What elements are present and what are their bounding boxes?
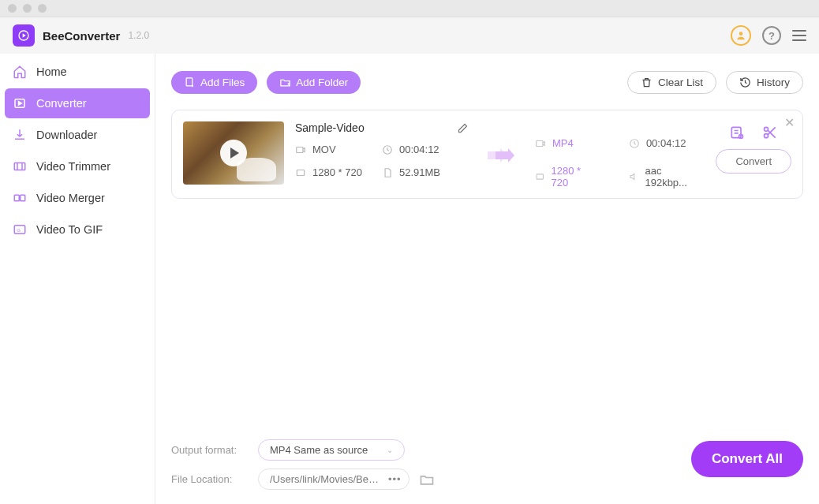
svg-rect-12 [537,140,543,146]
sidebar-item-label: Downloader [36,129,97,141]
card-actions: Convert [716,125,791,189]
sidebar-item-label: Video Trimmer [36,160,110,173]
svg-rect-8 [186,78,193,86]
sidebar-item-label: Video To GIF [36,223,103,236]
audio-icon [629,171,639,182]
svg-rect-9 [297,147,303,152]
more-icon[interactable]: ••• [385,473,405,485]
sidebar-item-label: Video Merger [36,192,105,204]
source-duration: 00:04:12 [382,144,469,155]
sidebar-item-downloader[interactable]: Downloader [5,120,150,150]
convert-all-button[interactable]: Convert All [691,441,803,477]
converter-icon [13,96,27,110]
file-location-label: File Location: [171,473,249,485]
target-format[interactable]: MP4 [535,137,596,149]
download-icon [13,128,27,142]
resolution-icon [535,171,545,182]
chevron-down-icon: ⌄ [387,446,393,454]
edit-icon[interactable] [457,122,469,134]
app-topbar: BeeConverter 1.2.0 ? [0,17,819,54]
add-folder-button[interactable]: Add Folder [267,71,361,94]
scissors-icon[interactable] [762,125,778,140]
svg-rect-4 [14,195,19,201]
open-folder-icon[interactable] [419,472,435,487]
target-info: MP4 1280 * 720 00:04:12 aac 192kbp... [535,121,700,189]
merger-icon [13,191,27,205]
sidebar-item-merger[interactable]: Video Merger [5,183,150,213]
add-files-icon [184,77,196,88]
home-icon [13,65,27,79]
add-folder-icon [279,77,291,88]
video-icon [295,144,306,155]
trimmer-icon [13,159,27,174]
gif-icon: G [13,222,27,237]
target-duration: 00:04:12 [629,137,701,149]
traffic-zoom[interactable] [38,4,47,13]
app-logo [13,24,35,47]
svg-rect-5 [21,195,25,201]
output-format-label: Output format: [171,444,249,456]
resolution-icon [295,167,306,178]
convert-button[interactable]: Convert [716,149,791,174]
target-audio[interactable]: aac 192kbp... [629,165,701,189]
history-button[interactable]: History [726,71,803,94]
source-resolution: 1280 * 720 [295,166,382,178]
trash-icon [641,77,653,88]
play-icon[interactable] [220,140,247,166]
add-files-button[interactable]: Add Files [171,71,257,94]
app-name: BeeConverter [43,29,120,43]
settings-list-icon[interactable] [729,125,745,140]
content-area: Add Files Add Folder Clear List History … [155,54,819,504]
svg-point-1 [739,32,743,35]
clock-icon [629,138,640,149]
history-icon [739,77,751,88]
close-icon[interactable]: ✕ [784,117,795,129]
content-toolbar: Add Files Add Folder Clear List History [171,71,803,94]
file-icon [382,167,393,178]
sidebar-item-label: Home [36,65,67,78]
window-titlebar [0,0,819,17]
sidebar-item-gif[interactable]: G Video To GIF [5,215,150,245]
output-format-select[interactable]: MP4 Same as source ⌄ [258,439,405,461]
target-resolution[interactable]: 1280 * 720 [535,165,596,189]
svg-rect-3 [14,163,25,170]
sidebar-item-home[interactable]: Home [5,57,150,87]
svg-rect-13 [537,174,543,179]
sidebar-item-converter[interactable]: Converter [5,88,150,118]
arrow-icon [480,121,524,189]
app-version: 1.2.0 [128,30,149,41]
sidebar-item-label: Converter [36,97,87,110]
account-icon[interactable] [731,25,751,46]
file-location-field: /Users/link/Movies/BeeC ••• [258,469,410,490]
video-thumbnail[interactable] [183,121,284,185]
svg-text:G: G [17,228,21,233]
svg-rect-11 [297,170,304,175]
video-icon [535,138,546,149]
sidebar-item-trimmer[interactable]: Video Trimmer [5,151,150,181]
source-format: MOV [295,144,382,155]
sidebar: Home Converter Downloader Video Trimmer … [0,54,155,504]
task-card: ✕ Sample-Video MOV 00:04:12 [171,110,803,199]
traffic-close[interactable] [8,4,17,13]
source-size: 52.91MB [382,166,469,178]
help-icon[interactable]: ? [762,26,781,45]
clear-list-button[interactable]: Clear List [627,71,716,94]
source-info: Sample-Video MOV 00:04:12 1280 * 720 [295,121,469,189]
clock-icon [382,144,393,155]
hamburger-menu-icon[interactable] [792,30,806,41]
traffic-minimize[interactable] [23,4,32,13]
file-name: Sample-Video [295,121,365,134]
